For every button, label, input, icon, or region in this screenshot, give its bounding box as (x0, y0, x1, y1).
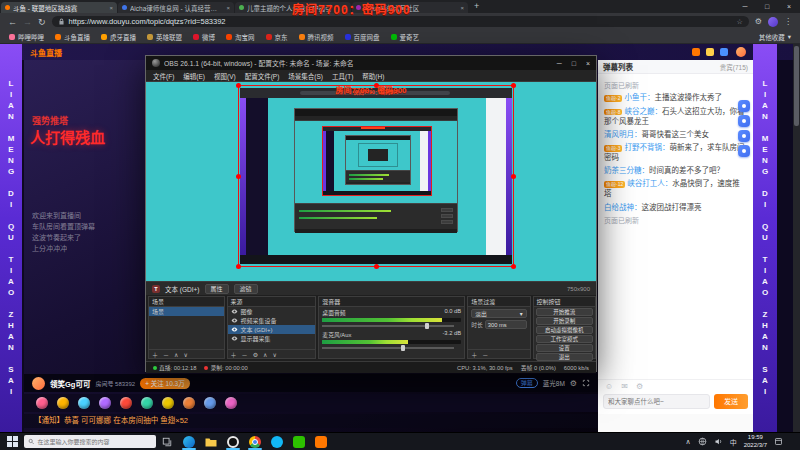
bookmark-item[interactable]: 微博 (193, 32, 215, 42)
gift-icon[interactable] (120, 397, 132, 409)
bookmark-item[interactable]: 英雄联盟 (147, 32, 182, 42)
gift-icon[interactable] (225, 397, 237, 409)
obs-text-source[interactable]: 房间7700：密码900 (146, 84, 596, 95)
tab-close-icon[interactable]: × (460, 5, 464, 11)
tab-2[interactable]: Aicha律师信息网 - 认真经营、以诚信服务 × (118, 2, 234, 13)
close-button[interactable]: × (778, 0, 800, 13)
remove-icon[interactable]: － (482, 350, 488, 359)
header-icon[interactable] (706, 48, 714, 56)
add-icon[interactable]: ＋ (471, 350, 477, 359)
address-bar[interactable]: https://www.douyu.com/topic/dqtzs?rid=58… (52, 16, 749, 27)
bookmark-item[interactable]: 京东 (266, 32, 288, 42)
chat-username[interactable]: 白给战神 (604, 203, 642, 212)
chat-settings-icon[interactable]: ⚙ (636, 382, 643, 391)
fullscreen-icon[interactable] (582, 379, 590, 387)
minimize-button[interactable]: ─ (734, 0, 756, 13)
danmu-toggle[interactable]: 弹幕 (516, 378, 538, 388)
tab-douyu[interactable]: 斗鱼 - 联盟地区挑战赛 × (1, 2, 117, 13)
scrollbar-thumb[interactable] (794, 46, 799, 126)
virtual-camera-button[interactable]: 启动虚拟摄像机 (536, 326, 593, 334)
send-button[interactable]: 发送 (714, 394, 748, 409)
obs-title-bar[interactable]: OBS 26.1.1 (64-bit, windows) - 配置文件: 未命名… (146, 56, 596, 70)
remove-icon[interactable]: － (163, 350, 169, 359)
bookmark-item[interactable]: 淘宝网 (226, 32, 255, 42)
task-view-button[interactable] (156, 433, 178, 450)
ime-indicator[interactable]: 中 (730, 437, 737, 447)
source-item[interactable]: 显示器采集 (228, 334, 316, 343)
move-down-icon[interactable]: ∨ (183, 351, 187, 358)
page-scrollbar[interactable] (793, 44, 800, 432)
obs-minimize-button[interactable]: ─ (557, 60, 562, 67)
header-icon[interactable] (720, 48, 728, 56)
taskbar-app-edge[interactable] (178, 433, 200, 450)
settings-button[interactable]: 设置 (536, 344, 593, 352)
gift-icon[interactable] (99, 397, 111, 409)
menu-scene-collection[interactable]: 场景集合(S) (288, 71, 323, 81)
bookmark-item[interactable]: 虎牙直播 (101, 32, 136, 42)
controls-dock-title[interactable]: 控制按钮 (534, 297, 595, 307)
quality-selector[interactable]: 蓝光8M (543, 378, 565, 388)
quick-action-icon[interactable] (738, 115, 750, 127)
tab-close-icon[interactable]: × (226, 5, 230, 11)
chat-username[interactable]: 峡谷之巅 (624, 107, 662, 116)
taskbar-app-obs[interactable] (222, 433, 244, 450)
transition-select[interactable]: 淡出▾ (471, 309, 526, 318)
gift-icon[interactable] (204, 397, 216, 409)
notification-icon[interactable] (774, 437, 783, 446)
new-tab-button[interactable]: + (474, 0, 479, 13)
add-icon[interactable]: ＋ (231, 350, 237, 359)
refresh-icon[interactable]: ↻ (38, 17, 46, 27)
follow-button[interactable]: + 关注 10.3万 (140, 378, 190, 389)
browser-avatar[interactable] (768, 17, 778, 27)
quick-action-icon[interactable] (738, 100, 750, 112)
start-button[interactable] (0, 433, 24, 450)
filters-button[interactable]: 滤镜 (234, 284, 258, 294)
taskbar-app-wechat[interactable] (288, 433, 310, 450)
scene-item[interactable]: 场景 (149, 307, 224, 316)
exit-button[interactable]: 退出 (536, 353, 593, 361)
chat-username[interactable]: 峡谷打工人 (627, 179, 672, 188)
source-item-selected[interactable]: 文本 (GDI+) (228, 325, 316, 334)
mixer-dock-title[interactable]: 混音器 (319, 297, 464, 307)
emoji-icon[interactable]: ☺ (605, 382, 613, 391)
duration-value[interactable]: 300 ms (485, 320, 527, 329)
properties-button[interactable]: 属性 (205, 284, 229, 294)
network-icon[interactable] (698, 437, 707, 446)
menu-file[interactable]: 文件(F) (153, 71, 174, 81)
taskbar-app-explorer[interactable] (200, 433, 222, 450)
bookmark-item[interactable]: 百度网盘 (345, 32, 380, 42)
search-input[interactable] (37, 439, 152, 445)
menu-help[interactable]: 帮助(H) (362, 71, 384, 81)
quick-action-icon[interactable] (738, 145, 750, 157)
volume-slider[interactable] (322, 347, 454, 349)
gift-shortcut-icon[interactable]: ✉ (621, 382, 628, 391)
extensions-icon[interactable]: ⚙ (755, 17, 762, 26)
obs-maximize-button[interactable]: □ (572, 60, 576, 67)
tab-close-icon[interactable]: × (109, 5, 113, 11)
bookmark-item[interactable]: 腾讯视频 (299, 32, 334, 42)
source-selection-box[interactable] (238, 85, 514, 267)
move-down-icon[interactable]: ∨ (272, 351, 276, 358)
menu-view[interactable]: 视图(V) (214, 71, 236, 81)
start-recording-button[interactable]: 开始录制 (536, 317, 593, 325)
taskbar-app-qq[interactable] (266, 433, 288, 450)
gift-icon[interactable] (36, 397, 48, 409)
taskbar-clock[interactable]: 19:59 2022/3/7 (744, 434, 767, 449)
header-icon[interactable] (692, 48, 700, 56)
studio-mode-button[interactable]: 工作室模式 (536, 335, 593, 343)
remove-icon[interactable]: － (242, 350, 248, 359)
move-up-icon[interactable]: ∧ (174, 351, 178, 358)
eye-icon[interactable] (231, 308, 238, 315)
sources-dock-title[interactable]: 来源 (228, 297, 316, 307)
menu-edit[interactable]: 编辑(E) (183, 71, 205, 81)
bookmark-item[interactable]: 哔哩哔哩 (9, 32, 44, 42)
obs-preview[interactable]: 房间7700：密码900 房间7700：密码900 (146, 82, 596, 281)
streamer-avatar[interactable] (32, 377, 45, 390)
chat-username[interactable]: 小鱼干 (624, 93, 654, 102)
chat-username[interactable]: 打野不背锅 (624, 143, 669, 152)
volume-slider[interactable] (322, 325, 454, 327)
gift-icon[interactable] (162, 397, 174, 409)
volume-icon[interactable] (714, 437, 723, 446)
other-bookmarks[interactable]: 其他收藏▾ (759, 32, 791, 42)
source-properties-icon[interactable]: ⚙ (253, 351, 258, 358)
